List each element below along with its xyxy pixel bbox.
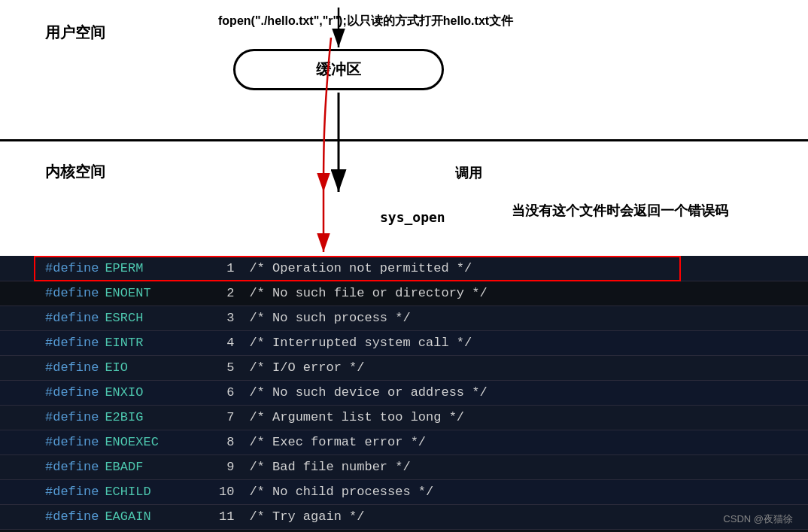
macro-value: 9 (196, 454, 249, 479)
table-row: #defineENOEXEC8/* Exec format error */ (0, 430, 808, 454)
macro-comment: /* Interrupted system call */ (249, 330, 808, 355)
error-label: 当没有这个文件时会返回一个错误码 (512, 202, 728, 220)
define-keyword: #define (0, 454, 99, 479)
macro-comment: /* No such file or directory */ (249, 281, 808, 306)
macro-name: ENOENT (99, 281, 196, 306)
macro-value: 10 (196, 479, 249, 504)
define-keyword: #define (0, 256, 99, 281)
table-row: #defineENOENT2/* No such file or directo… (0, 281, 808, 306)
macro-value: 11 (196, 504, 249, 529)
buffer-label: 缓冲区 (316, 59, 361, 80)
table-row: #defineEPERM1/* Operation not permitted … (0, 256, 808, 281)
user-kernel-divider (0, 139, 808, 141)
macro-value: 2 (196, 281, 249, 306)
watermark: CSDN @夜猫徐 (723, 512, 793, 526)
define-keyword: #define (0, 504, 99, 529)
table-row: #defineEINTR4/* Interrupted system call … (0, 330, 808, 355)
macro-comment: /* No child processes */ (249, 479, 808, 504)
table-row: #defineEBADF9/* Bad file number */ (0, 454, 808, 479)
define-keyword: #define (0, 479, 99, 504)
macro-name: E2BIG (99, 405, 196, 430)
table-row: #defineESRCH3/* No such process */ (0, 306, 808, 330)
macro-name: ECHILD (99, 479, 196, 504)
macro-name: EPERM (99, 256, 196, 281)
table-row: #defineE2BIG7/* Argument list too long *… (0, 405, 808, 430)
macro-value: 1 (196, 256, 249, 281)
define-keyword: #define (0, 405, 99, 430)
diagram-area: 用户空间 fopen("./hello.txt","r");以只读的方式打开he… (0, 0, 808, 256)
macro-comment: /* Argument list too long */ (249, 405, 808, 430)
define-keyword: #define (0, 281, 99, 306)
define-keyword: #define (0, 330, 99, 355)
macro-comment: /* No such device or address */ (249, 380, 808, 405)
define-keyword: #define (0, 306, 99, 330)
table-row: #defineEIO5/* I/O error */ (0, 355, 808, 380)
macro-value: 7 (196, 405, 249, 430)
macro-comment: /* No such process */ (249, 306, 808, 330)
macro-name: EIO (99, 355, 196, 380)
macro-name: ESRCH (99, 306, 196, 330)
fopen-label: fopen("./hello.txt","r");以只读的方式打开hello.t… (218, 14, 513, 29)
macro-name: EBADF (99, 454, 196, 479)
define-keyword: #define (0, 430, 99, 454)
kernel-space-label: 内核空间 (45, 162, 105, 182)
call-label: 调用 (455, 164, 482, 182)
buffer-box: 缓冲区 (233, 49, 444, 90)
macro-value: 5 (196, 355, 249, 380)
sys-open-label: sys_open (380, 209, 445, 225)
table-row: #defineENXIO6/* No such device or addres… (0, 380, 808, 405)
macro-comment: /* I/O error */ (249, 355, 808, 380)
macro-value: 8 (196, 430, 249, 454)
table-row: #defineEAGAIN11/* Try again */ (0, 504, 808, 529)
define-keyword: #define (0, 380, 99, 405)
macro-name: EAGAIN (99, 504, 196, 529)
code-section: #defineEPERM1/* Operation not permitted … (0, 256, 808, 532)
macro-name: ENOEXEC (99, 430, 196, 454)
table-row: #defineECHILD10/* No child processes */ (0, 479, 808, 504)
macro-comment: /* Exec format error */ (249, 430, 808, 454)
define-keyword: #define (0, 355, 99, 380)
macro-name: ENXIO (99, 380, 196, 405)
macro-value: 3 (196, 306, 249, 330)
macro-value: 4 (196, 330, 249, 355)
user-space-label: 用户空间 (45, 23, 105, 43)
macro-value: 6 (196, 380, 249, 405)
code-table: #defineEPERM1/* Operation not permitted … (0, 256, 808, 530)
macro-comment: /* Bad file number */ (249, 454, 808, 479)
macro-comment: /* Operation not permitted */ (249, 256, 808, 281)
macro-name: EINTR (99, 330, 196, 355)
